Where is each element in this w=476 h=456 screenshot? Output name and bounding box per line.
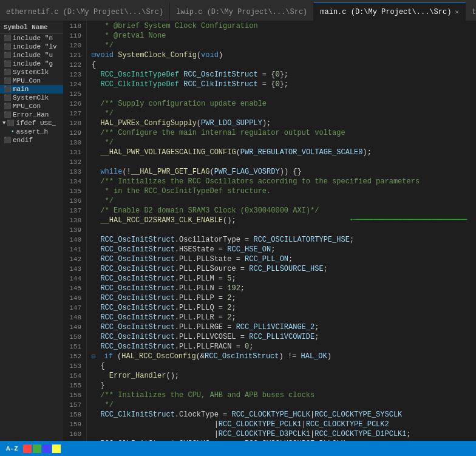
ln-150: 150 [66, 332, 81, 342]
app-container: ethernetif.c (D:\My Project\...\Src) lwi… [0, 0, 476, 456]
ln-125: 125 [66, 89, 81, 99]
code-line-121: ⊟void SystemClock_Config(void) [92, 50, 476, 60]
tab-tcp[interactable]: tcp_echoclient.c (D:\My Project\...\Src)… [466, 2, 476, 21]
sidebar-label-errorhan: Error_Han [13, 111, 49, 118]
code-line-149: RCC_OscInitStruct.PLL.PLLRGE = RCC_PLL1V… [92, 322, 476, 332]
ln-152: 152 [66, 352, 81, 361]
color-box-blue [42, 444, 51, 453]
code-line-127: */ [92, 109, 476, 118]
color-box-yellow [52, 444, 61, 453]
include-icon-3: ⬛ [4, 52, 11, 59]
tab-close-main[interactable]: ✕ [455, 8, 459, 16]
func-icon-3: ⬛ [4, 86, 11, 93]
ln-146: 146 [66, 293, 81, 303]
sidebar-item-assert[interactable]: ▪ assert_h [0, 128, 63, 136]
ln-149: 149 [66, 322, 81, 332]
code-line-118: * @brief System Clock Configuration [92, 21, 476, 31]
tab-lwip[interactable]: lwip.c (D:\My Project\...\Src) [170, 2, 314, 21]
code-line-145: RCC_OscInitStruct.PLL.PLLN = 192; [92, 284, 476, 293]
color-boxes [23, 444, 61, 453]
bottom-bar: A-Z [0, 441, 476, 456]
code-line-140: RCC_OscInitStruct.OscillatorType = RCC_O… [92, 235, 476, 245]
ln-136: 136 [66, 196, 81, 206]
color-box-red [23, 444, 32, 453]
sidebar-item-endif[interactable]: ⬛ endif [0, 136, 63, 145]
ln-143: 143 [66, 264, 81, 274]
code-line-120: */ [92, 41, 476, 50]
sidebar-label-include4: include "g [13, 60, 53, 67]
code-line-151: RCC_OscInitStruct.PLL.PLLFRACN = 0; [92, 342, 476, 352]
code-editor[interactable]: 118 119 120 121 122 123 124 125 126 127 … [64, 21, 476, 441]
code-line-159: |RCC_CLOCKTYPE_PCLK1|RCC_CLOCKTYPE_PCLK2 [92, 420, 476, 429]
ln-123: 123 [66, 70, 81, 80]
ln-128: 128 [66, 118, 81, 128]
code-line-129: /** Configure the main internal regulato… [92, 128, 476, 138]
sidebar-item-include4[interactable]: ⬛ include "g [0, 60, 63, 68]
sidebar-item-errorhan[interactable]: ⬛ Error_Han [0, 111, 63, 119]
sidebar-label-systemclk1: SystemClk [13, 69, 49, 76]
sidebar-item-include3[interactable]: ⬛ include "u [0, 51, 63, 60]
ln-126: 126 [66, 99, 81, 109]
code-line-139 [92, 225, 476, 235]
tab-label-main: main.c (D:\My Project\...\Src) [320, 8, 451, 16]
sidebar-item-mpucon2[interactable]: ⬛ MPU_Con [0, 102, 63, 111]
sidebar-item-systemclk2[interactable]: ⬛ SystemClk [0, 94, 63, 102]
ln-131: 131 [66, 148, 81, 157]
ln-129: 129 [66, 128, 81, 138]
sidebar-item-mpucon1[interactable]: ⬛ MPU_Con [0, 77, 63, 85]
sidebar-item-systemclk1[interactable]: ⬛ SystemClk [0, 68, 63, 77]
code-line-123: RCC_OscInitTypeDef RCC_OscInitStruct = {… [92, 70, 476, 80]
code-line-138: __HAL_RCC_D2SRAM3_CLK_ENABLE();←────────… [92, 216, 476, 225]
tab-main[interactable]: main.c (D:\My Project\...\Src) ✕ [314, 2, 466, 21]
tab-bar: ethernetif.c (D:\My Project\...\Src) lwi… [0, 0, 476, 21]
ln-120: 120 [66, 41, 81, 50]
func-icon-4: ⬛ [4, 94, 11, 101]
func-icon-2: ⬛ [4, 77, 11, 84]
ln-133: 133 [66, 167, 81, 177]
code-line-135: * in the RCC_OscInitTypeDef structure. [92, 186, 476, 196]
sidebar-label-include2: include "lv [13, 43, 57, 50]
sidebar-header: Symbol Name [0, 21, 63, 34]
sidebar-item-include1[interactable]: ⬛ include "n [0, 34, 63, 43]
include-icon-4: ⬛ [4, 60, 11, 67]
assert-icon: ▪ [11, 129, 14, 135]
az-button[interactable]: A-Z [6, 445, 18, 452]
code-line-130: */ [92, 138, 476, 148]
code-area: 118 119 120 121 122 123 124 125 126 127 … [64, 21, 476, 441]
ln-130: 130 [66, 138, 81, 148]
code-line-150: RCC_OscInitStruct.PLL.PLLVCOSEL = RCC_PL… [92, 332, 476, 342]
code-line-141: RCC_OscInitStruct.HSEState = RCC_HSE_ON; [92, 245, 476, 254]
ln-142: 142 [66, 254, 81, 264]
ln-154: 154 [66, 371, 81, 381]
sidebar-label-endif: endif [13, 137, 33, 144]
code-line-146: RCC_OscInitStruct.PLL.PLLP = 2; [92, 293, 476, 303]
ln-139: 139 [66, 225, 81, 235]
code-line-143: RCC_OscInitStruct.PLL.PLLSource = RCC_PL… [92, 264, 476, 274]
ln-148: 148 [66, 313, 81, 322]
sidebar-label-assert: assert_h [16, 128, 48, 135]
code-line-148: RCC_OscInitStruct.PLL.PLLR = 2; [92, 313, 476, 322]
sidebar-label-include3: include "u [13, 52, 53, 59]
ln-132: 132 [66, 157, 81, 167]
func-icon-1: ⬛ [4, 69, 11, 76]
sidebar-item-ifdef[interactable]: ▼ ⬛ ifdef USE_ [0, 119, 63, 128]
main-area: Symbol Name ⬛ include "n ⬛ include "lv ⬛… [0, 21, 476, 441]
ln-151: 151 [66, 342, 81, 352]
bottom-bar-left: A-Z [6, 444, 61, 453]
ln-156: 156 [66, 390, 81, 400]
tab-ethernetif[interactable]: ethernetif.c (D:\My Project\...\Src) [0, 2, 170, 21]
sidebar-item-include2[interactable]: ⬛ include "lv [0, 43, 63, 51]
ln-138: 138 [66, 216, 81, 225]
func-icon-6: ⬛ [4, 111, 11, 118]
sidebar-label-ifdef: ifdef USE_ [16, 120, 56, 127]
code-line-133: while(!__HAL_PWR_GET_FLAG(PWR_FLAG_VOSRD… [92, 167, 476, 177]
ln-157: 157 [66, 400, 81, 410]
code-line-160: |RCC_CLOCKTYPE_D3PCLK1|RCC_CLOCKTYPE_D1P… [92, 429, 476, 439]
code-line-152: ⊟ if (HAL_RCC_OscConfig(&RCC_OscInitStru… [92, 352, 476, 361]
color-box-green [33, 444, 41, 453]
code-line-119: * @retval None [92, 31, 476, 41]
code-line-144: RCC_OscInitStruct.PLL.PLLM = 5; [92, 274, 476, 284]
endif-icon: ⬛ [4, 137, 11, 144]
sidebar-item-main[interactable]: ⬛ main [0, 85, 63, 94]
ln-158: 158 [66, 410, 81, 420]
